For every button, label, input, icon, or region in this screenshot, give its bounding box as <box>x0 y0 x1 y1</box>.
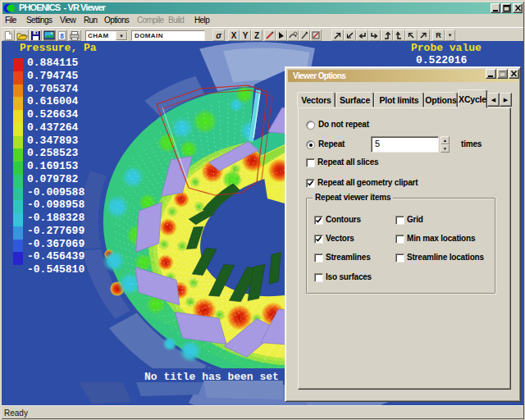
svg-text:8: 8 <box>60 32 64 39</box>
